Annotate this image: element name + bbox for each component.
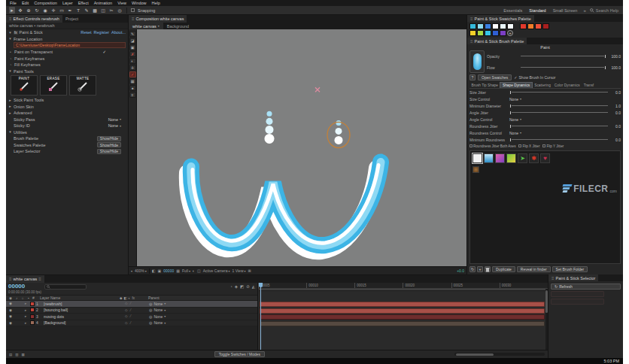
minimum-roundness-value[interactable]: 0.0 xyxy=(610,138,621,142)
tab-brush-tip-shape[interactable]: Brush Tip Shape xyxy=(469,82,500,88)
layer-name-column-header[interactable]: Layer Name xyxy=(40,296,106,300)
tab-shape-dynamics[interactable]: Shape Dynamics xyxy=(500,82,532,88)
reset-link[interactable]: Reset xyxy=(81,30,91,35)
roundness-jitter-value[interactable]: 0.0 xyxy=(610,124,621,129)
tab-color-dynamics[interactable]: Color Dynamics xyxy=(552,82,582,88)
layer-switches[interactable]: ◇ ⁄ xyxy=(108,314,147,318)
brush-preset[interactable]: ✱ xyxy=(529,153,539,163)
panel-menu-icon[interactable]: ≡ xyxy=(552,276,555,281)
utilities-group-row[interactable]: ▼ Utilities xyxy=(6,129,128,136)
frame-blend-icon[interactable]: ⊘ xyxy=(246,284,250,289)
orbit-camera-tool-icon[interactable]: ↻ xyxy=(34,7,40,14)
resolution-menu[interactable]: Full ▾ xyxy=(182,268,190,273)
panel-menu-icon[interactable]: ≡ xyxy=(470,17,473,21)
snapping-checkbox[interactable] xyxy=(131,8,135,12)
layer-name[interactable]: [Background] xyxy=(44,320,107,325)
expand-triangle-icon[interactable]: ▸ xyxy=(25,314,29,318)
statusbar-timecode[interactable]: 00000 xyxy=(163,268,174,273)
angle-jitter-value[interactable]: 0.0 xyxy=(610,111,621,115)
hide-shy-icon[interactable]: ◩ xyxy=(240,284,244,289)
layer-bar-newbrush[interactable] xyxy=(260,302,545,307)
zoom-menu[interactable]: 400% ▾ xyxy=(135,268,147,273)
panel-flyout-icon[interactable]: ▾ xyxy=(131,269,132,273)
current-time-indicator-handle[interactable] xyxy=(259,283,263,287)
reload-brushes-icon[interactable]: ↻ xyxy=(469,266,476,272)
timeline-horizontal-scrollbar[interactable] xyxy=(454,353,545,356)
brush-palette-showhide-button[interactable]: Show/Hide xyxy=(97,136,121,141)
advanced-group[interactable]: ► Advanced xyxy=(6,110,128,117)
lock-column-icon[interactable]: ▪ xyxy=(26,296,31,300)
onion-skin-group[interactable]: ► Onion Skin xyxy=(6,104,128,111)
open-swatches-button[interactable]: Open Swatches xyxy=(478,74,512,80)
size-control-dropdown[interactable]: None ▾ xyxy=(509,97,621,102)
slider-knob[interactable] xyxy=(604,65,606,70)
camera-menu[interactable]: Active Camera ▾ xyxy=(203,268,230,273)
tab-paint-stick-selector[interactable]: ≡ Paint & Stick Selector xyxy=(548,275,598,281)
audio-column-icon[interactable]: ♪ xyxy=(14,296,19,300)
parent-dropdown[interactable]: ◎ None ▾ xyxy=(149,314,255,319)
label-color-chip[interactable] xyxy=(30,320,35,325)
swatches-palette-showhide-button[interactable]: Show/Hide xyxy=(97,142,121,147)
shape-tool-icon[interactable]: ▭ xyxy=(59,7,65,14)
tab-swatches-palette[interactable]: ≡ Paint & Stick Swatches Palette xyxy=(467,15,534,22)
menu-item-edit[interactable]: Edit xyxy=(22,1,29,5)
type-tool-icon[interactable]: T xyxy=(75,7,81,14)
slider-knob[interactable] xyxy=(509,90,512,95)
region-of-interest-icon[interactable]: ◐ xyxy=(193,268,195,273)
composition-viewport[interactable] xyxy=(137,29,466,266)
paint-tool-button[interactable]: PAINT xyxy=(11,75,38,96)
layer-row-bouncing-ball[interactable]: ◉ ▸ 2 [bouncing ball] ◇ ⁄ ◎ None xyxy=(6,308,257,314)
angle-jitter-slider[interactable] xyxy=(509,112,608,113)
layer-switches[interactable]: ◇ ⁄ xyxy=(108,308,147,312)
expand-triangle-icon[interactable]: ▸ xyxy=(25,321,29,325)
panel-menu-icon[interactable]: ≡ xyxy=(9,17,12,21)
paint-on-transparent-checkbox[interactable]: ✓ xyxy=(102,50,106,54)
scrollbar-thumb[interactable] xyxy=(456,353,494,356)
menu-item-window[interactable]: Window xyxy=(132,1,147,5)
pick-whip-icon[interactable]: ◎ xyxy=(149,314,152,319)
expand-icon[interactable]: ► xyxy=(8,111,12,115)
switch-icon[interactable]: ◇ xyxy=(125,321,127,325)
color-swatch[interactable] xyxy=(535,23,542,29)
safe-margins-icon[interactable]: ◧ xyxy=(152,268,156,273)
brush-preset[interactable]: ♥ xyxy=(540,153,550,163)
viewer-tab-background[interactable]: Background xyxy=(163,23,193,29)
color-swatch[interactable] xyxy=(477,23,484,29)
grid-icon[interactable]: ▣ xyxy=(158,268,162,273)
switch-icon[interactable]: ⁄ xyxy=(130,302,131,305)
switch-icon[interactable]: ⁄ xyxy=(130,321,131,325)
solo-column-icon[interactable]: ○ xyxy=(20,296,25,300)
timeline-track-area[interactable]: 00005 00010 00015 00020 00025 00030 xyxy=(258,283,548,350)
brush-preset[interactable] xyxy=(484,153,494,163)
toggle-switches-modes-button[interactable]: Toggle Switches / Modes xyxy=(214,351,265,357)
show-brush-in-cursor-checkbox[interactable]: ✓ Show Brush In Cursor xyxy=(514,75,555,80)
layer-name[interactable]: [bouncing ball] xyxy=(44,308,107,312)
transform-tool-icon[interactable]: ✛ xyxy=(129,65,136,71)
workspace-standard[interactable]: Standard xyxy=(527,8,548,14)
collapse-icon[interactable]: ▼ xyxy=(8,130,12,134)
current-time-display[interactable]: 00000 xyxy=(8,284,41,290)
roundness-jitter-both-axes-checkbox[interactable]: Roundness Jitter Both Axes xyxy=(469,144,515,148)
workspace-small-screen[interactable]: Small Screen xyxy=(551,8,580,14)
panel-menu-icon[interactable]: ≡ xyxy=(470,39,473,44)
color-swatch[interactable] xyxy=(500,23,506,29)
puppet-pin-tool-icon[interactable]: ◎ xyxy=(117,7,123,14)
video-column-icon[interactable]: ◉ xyxy=(8,296,13,300)
menu-item-composition[interactable]: Composition xyxy=(34,1,57,5)
time-ruler[interactable]: 00005 00010 00015 00020 00025 00030 xyxy=(258,283,548,289)
refresh-button[interactable]: ↻ Refresh xyxy=(551,284,621,290)
slider-knob[interactable] xyxy=(509,104,512,108)
brush-preset[interactable]: ➤ xyxy=(518,153,527,163)
add-brush-icon[interactable]: + xyxy=(477,266,483,272)
help-button[interactable]: ? xyxy=(469,74,476,80)
roto-brush-tool-icon[interactable]: ✂ xyxy=(108,7,114,14)
flip-x-jitter-checkbox[interactable]: Flip X Jitter xyxy=(518,144,539,148)
parent-dropdown[interactable]: ◎ None ▾ xyxy=(149,320,255,325)
brush-preset[interactable] xyxy=(506,153,516,163)
visibility-eye-icon[interactable]: ◉ xyxy=(8,314,13,318)
slider-knob[interactable] xyxy=(509,124,512,129)
angle-control-dropdown[interactable]: None ▾ xyxy=(509,117,621,122)
pixel-aspect-icon[interactable]: ⊞ xyxy=(248,268,251,273)
search-help-box[interactable]: Search Help xyxy=(590,8,620,13)
slider-knob[interactable] xyxy=(604,54,606,59)
